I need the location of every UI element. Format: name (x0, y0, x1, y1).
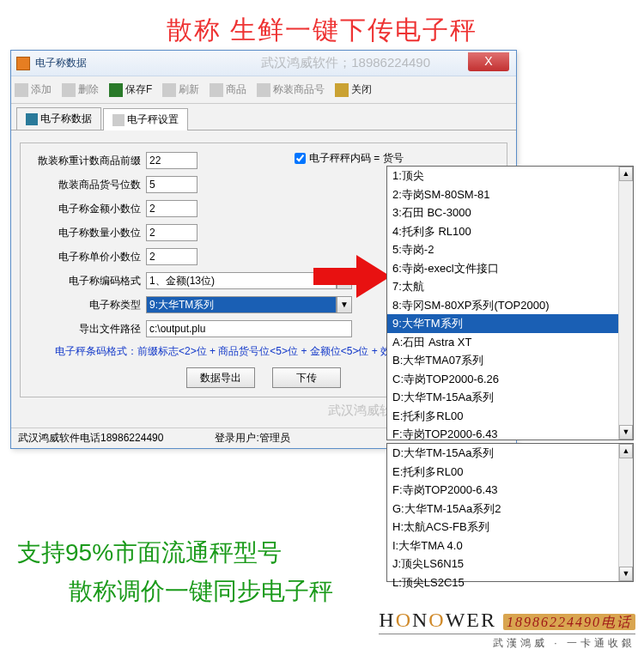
title-watermark: 武汉鸿威软件；18986224490 (261, 55, 430, 71)
toolbar-scale-goods[interactable]: 称装商品号 (257, 82, 325, 97)
type-label: 电子称类型 (29, 298, 141, 312)
qty-dec-input[interactable] (146, 224, 197, 241)
scrollbar[interactable]: ▲ ▼ (618, 444, 633, 581)
export-path-input[interactable] (146, 320, 352, 337)
toolbar-delete[interactable]: 删除 (62, 82, 99, 97)
scroll-down-icon[interactable]: ▼ (619, 567, 633, 581)
price-dec-input[interactable] (146, 248, 197, 265)
scroll-down-icon[interactable]: ▼ (619, 425, 633, 440)
setting-icon (112, 114, 125, 126)
goods-icon (210, 83, 223, 97)
tab-data[interactable]: 电子称数据 (16, 107, 101, 130)
qty-dec-label: 电子称数量小数位 (29, 226, 141, 240)
dropdown-option[interactable]: 9:大华TM系列 (387, 314, 633, 333)
dropdown-option[interactable]: J:顶尖LS6N15 (387, 555, 633, 573)
dropdown-option[interactable]: 8:寺冈SM-80XP系列(TOP2000) (387, 296, 633, 315)
dropdown-option[interactable]: E:托利多RL00 (387, 407, 633, 426)
tab-setting[interactable]: 电子秤设置 (103, 108, 188, 130)
data-icon (26, 113, 38, 125)
scroll-up-icon[interactable]: ▲ (619, 444, 633, 458)
amount-dec-input[interactable] (146, 200, 197, 217)
delete-icon (62, 83, 76, 97)
toolbar-save[interactable]: 保存F (109, 82, 152, 97)
toolbar-refresh[interactable]: 刷新 (162, 82, 199, 97)
export-button[interactable]: 数据导出 (186, 367, 255, 388)
refresh-icon (162, 83, 176, 97)
dropdown-option[interactable]: E:托利多RL00 (387, 463, 633, 482)
price-dec-label: 电子称单价小数位 (29, 250, 141, 264)
dropdown-option[interactable]: F:寺岗TOP2000-6.43 (387, 481, 633, 500)
internal-code-checkbox-row: 电子秤秤内码 = 货号 (295, 151, 404, 166)
download-button[interactable]: 下传 (272, 367, 341, 388)
scale-goods-icon (257, 83, 270, 97)
export-path-label: 导出文件路径 (29, 322, 141, 337)
dropdown-option[interactable]: D:大华TM-15Aa系列 (387, 388, 633, 407)
banner-sync: 散称调价一键同步电子秤 (69, 575, 333, 608)
logo-phone: 18986224490电话 (503, 614, 635, 630)
window-close-button[interactable]: X (468, 52, 509, 71)
dropdown-option[interactable]: C:寺岗TOP2000-6.26 (387, 370, 633, 389)
scale-type-dropdown: 1:顶尖2:寺岗SM-80SM-813:石田 BC-30004:托利多 RL10… (386, 166, 634, 440)
prefix-input[interactable] (146, 152, 197, 169)
checkbox-label: 电子秤秤内码 = 货号 (309, 151, 404, 166)
dropdown-option[interactable]: 4:托利多 RL100 (387, 222, 633, 241)
code-digits-input[interactable] (146, 176, 197, 193)
dropdown-option[interactable]: D:大华TM-15Aa系列 (387, 444, 633, 463)
logo-subtitle: 武漢鴻威 · 一卡通收銀 (379, 634, 635, 651)
tabs: 电子称数据 电子秤设置 (11, 104, 516, 130)
window-title: 电子称数据 (35, 56, 87, 70)
titlebar: 电子称数据 武汉鸿威软件；18986224490 X (11, 51, 516, 76)
dropdown-option[interactable]: 3:石田 BC-3000 (387, 203, 633, 222)
scrollbar[interactable]: ▲ ▼ (618, 167, 633, 440)
status-phone: 武汉鸿威软件电话18986224490 (18, 431, 163, 446)
toolbar-add[interactable]: 添加 (15, 82, 52, 97)
red-arrow-annotation (313, 251, 391, 302)
toolbar: 添加 删除 保存F 刷新 商品 称装商品号 关闭 (11, 76, 516, 104)
banner-support: 支持95%市面流通秤型号 (17, 537, 282, 569)
scroll-up-icon[interactable]: ▲ (619, 167, 633, 181)
save-icon (109, 83, 123, 97)
dropdown-option[interactable]: G:大华TM-15Aa系列2 (387, 500, 633, 518)
scale-type-dropdown-extra: D:大华TM-15Aa系列E:托利多RL00F:寺岗TOP2000-6.43G:… (386, 443, 634, 582)
internal-code-checkbox[interactable] (295, 153, 306, 164)
dropdown-option[interactable]: B:大华TMA07系列 (387, 351, 633, 370)
dropdown-option[interactable]: 5:寺岗-2 (387, 240, 633, 259)
toolbar-goods[interactable]: 商品 (210, 82, 246, 97)
amount-dec-label: 电子称金额小数位 (29, 202, 141, 216)
dropdown-option[interactable]: I:大华TMA 4.0 (387, 537, 633, 555)
close-icon (335, 83, 349, 97)
dropdown-option[interactable]: 6:寺岗-execl文件接口 (387, 259, 633, 278)
toolbar-close[interactable]: 关闭 (335, 82, 372, 97)
dropdown-option[interactable]: H:太航ACS-FB系列 (387, 518, 633, 537)
add-icon (15, 83, 28, 97)
dropdown-option[interactable]: 2:寺岗SM-80SM-81 (387, 185, 633, 204)
code-digits-label: 散装商品货号位数 (29, 178, 141, 192)
prefix-label: 散装称重计数商品前缀 (29, 154, 141, 168)
brand-logo: HONOWER 18986224490电话 武漢鴻威 · 一卡通收銀 (379, 609, 635, 651)
banner-top: 散称 生鲜一键下传电子秤 (0, 0, 644, 55)
dropdown-option[interactable]: F:寺岗TOP2000-6.43 (387, 425, 633, 444)
dropdown-option[interactable]: L:顶尖LS2C15 (387, 573, 633, 592)
encode-label: 电子称编码格式 (29, 274, 141, 288)
dropdown-option[interactable]: 1:顶尖 (387, 167, 633, 185)
dropdown-option[interactable]: 7:太航 (387, 277, 633, 296)
dropdown-option[interactable]: A:石田 Astra XT (387, 333, 633, 352)
status-user: 登录用户:管理员 (215, 431, 289, 446)
app-icon (16, 57, 30, 70)
